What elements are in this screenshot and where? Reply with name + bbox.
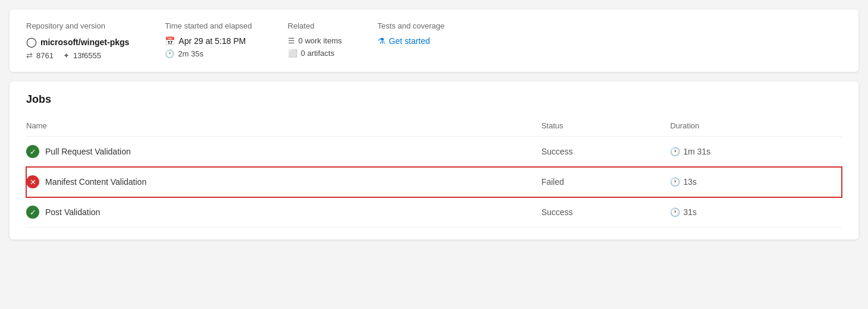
time-section: Time started and elapsed 📅 Apr 29 at 5:1… [165, 21, 252, 58]
job-name: Pull Request Validation [45, 147, 131, 156]
success-icon: ✓ [26, 206, 39, 219]
failed-icon: ✕ [26, 175, 39, 188]
job-duration: 🕐 13s [670, 167, 842, 197]
table-row[interactable]: ✕ Manifest Content Validation Failed 🕐 1… [26, 167, 842, 197]
repo-section: Repository and version ◯ microsoft/winge… [26, 21, 129, 60]
pr-number-cell: ⇄ 8761 [26, 51, 54, 60]
job-name-cell: ✓ Post Validation [26, 197, 541, 228]
info-row: Repository and version ◯ microsoft/winge… [26, 21, 842, 60]
job-status: Success [541, 137, 670, 167]
col-header-status: Status [541, 118, 670, 137]
artifacts-row: ⬜ 0 artifacts [288, 49, 342, 58]
job-status: Failed [541, 167, 670, 197]
workitem-icon: ☰ [288, 36, 295, 45]
job-name: Manifest Content Validation [45, 177, 146, 187]
job-name: Post Validation [45, 207, 100, 217]
time-date: Apr 29 at 5:18 PM [178, 36, 246, 46]
duration-clock-icon: 🕐 [670, 207, 680, 217]
duration-clock-icon: 🕐 [670, 147, 680, 156]
time-elapsed-row: 🕐 2m 35s [165, 49, 252, 58]
pr-number: 8761 [36, 51, 54, 60]
col-header-duration: Duration [670, 118, 842, 137]
success-icon: ✓ [26, 145, 39, 158]
table-row[interactable]: ✓ Pull Request Validation Success 🕐 1m 3… [26, 137, 842, 167]
work-items-row: ☰ 0 work items [288, 36, 342, 45]
related-label: Related [288, 21, 342, 30]
info-card: Repository and version ◯ microsoft/winge… [10, 10, 858, 72]
repo-label: Repository and version [26, 21, 129, 30]
duration-value: 1m 31s [683, 147, 710, 156]
jobs-title: Jobs [26, 93, 842, 106]
commit-hash: 13f6555 [73, 51, 101, 60]
clock-icon: 🕐 [165, 49, 174, 58]
commit-hash-cell: ✦ 13f6555 [63, 51, 101, 60]
duration-value: 31s [683, 207, 697, 217]
repo-name-row: ◯ microsoft/winget-pkgs [26, 36, 129, 48]
tests-label: Tests and coverage [378, 21, 445, 30]
work-items: 0 work items [299, 36, 342, 45]
duration-value: 13s [683, 177, 697, 187]
job-name-cell: ✓ Pull Request Validation [26, 137, 541, 167]
repo-meta-row: ⇄ 8761 ✦ 13f6555 [26, 51, 129, 60]
pr-icon: ⇄ [26, 51, 33, 60]
col-header-name: Name [26, 118, 541, 137]
related-section: Related ☰ 0 work items ⬜ 0 artifacts [288, 21, 342, 58]
time-label: Time started and elapsed [165, 21, 252, 30]
table-row[interactable]: ✓ Post Validation Success 🕐 31s [26, 197, 842, 228]
job-duration: 🕐 1m 31s [670, 137, 842, 167]
artifact-icon: ⬜ [288, 49, 297, 58]
time-date-row: 📅 Apr 29 at 5:18 PM [165, 36, 252, 46]
tests-section: Tests and coverage ⚗ Get started [378, 21, 445, 46]
time-elapsed: 2m 35s [178, 49, 203, 58]
duration-clock-icon: 🕐 [670, 177, 680, 187]
calendar-icon: 📅 [165, 36, 175, 46]
github-icon: ◯ [26, 36, 37, 48]
commit-icon: ✦ [63, 51, 70, 60]
flask-icon: ⚗ [378, 36, 386, 46]
jobs-table: Name Status Duration ✓ Pull Request Vali… [26, 118, 842, 228]
jobs-card: Jobs Name Status Duration ✓ Pull Request… [10, 81, 858, 239]
job-status: Success [541, 197, 670, 228]
get-started-link[interactable]: Get started [389, 36, 430, 46]
job-name-cell: ✕ Manifest Content Validation [26, 167, 541, 197]
tests-link-row: ⚗ Get started [378, 36, 445, 46]
artifacts: 0 artifacts [301, 49, 334, 58]
job-duration: 🕐 31s [670, 197, 842, 228]
repo-name: microsoft/winget-pkgs [40, 37, 129, 47]
